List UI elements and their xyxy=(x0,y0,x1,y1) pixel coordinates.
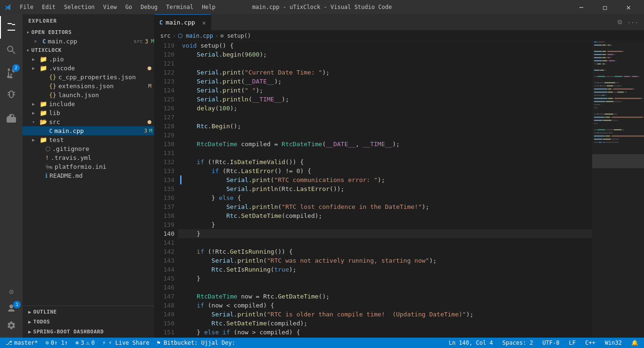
folder-vscode[interactable]: ▶ 📁 .vscode xyxy=(23,64,154,73)
branch-status[interactable]: ⎇ master* xyxy=(4,338,40,348)
file-gitignore[interactable]: ▶ ⬡ .gitignore xyxy=(23,144,154,153)
spring-boot-section[interactable]: ▶ SPRING-BOOT DASHBOARD xyxy=(23,327,154,337)
table-row[interactable]: Serial.println("RTC was not actively run… xyxy=(178,256,592,265)
bitbucket-status[interactable]: ⚑ Bitbucket: Ujjal Dey: xyxy=(155,338,237,348)
table-row[interactable]: Serial.print("RTC communications error: … xyxy=(178,175,592,184)
minimize-button[interactable]: − xyxy=(570,0,592,14)
table-row[interactable] xyxy=(178,149,592,157)
folder-pio[interactable]: ▶ 📁 .pio xyxy=(23,55,154,64)
activity-source-control[interactable]: 2 xyxy=(0,61,23,84)
code-content[interactable]: void setup() { Serial.begin(9600); Seria… xyxy=(178,41,592,338)
table-row[interactable]: Serial.print(" "); xyxy=(178,86,592,95)
activity-extensions[interactable] xyxy=(0,107,23,129)
table-row[interactable]: Serial.println(Rtc.LastError()); xyxy=(178,184,592,193)
file-launch-json[interactable]: ▶ {} launch.json xyxy=(23,91,154,99)
close-file-icon[interactable]: ✕ xyxy=(34,38,41,44)
open-editors-section-header[interactable]: ▾ OPEN EDITORS xyxy=(23,28,154,37)
ext-json-icon: {} xyxy=(49,83,57,90)
folder-include[interactable]: ▶ 📁 include xyxy=(23,99,154,108)
table-row[interactable]: if (Rtc.LastError() != 0) { xyxy=(178,166,592,175)
outline-arrow: ▶ xyxy=(28,309,32,315)
menu-help[interactable]: Help xyxy=(198,3,219,11)
file-main-cpp[interactable]: ▶ C main.cpp 3 M xyxy=(23,126,154,135)
editor-scroll-wrapper[interactable]: void setup() { Serial.begin(9600); Seria… xyxy=(178,41,644,338)
activity-remote[interactable]: ⊙ xyxy=(0,283,23,300)
table-row[interactable]: } xyxy=(178,220,592,229)
menu-selection[interactable]: Selection xyxy=(60,3,99,11)
table-row[interactable]: void setup() { xyxy=(178,41,592,50)
menu-view[interactable]: View xyxy=(99,3,121,11)
activity-search[interactable] xyxy=(0,39,23,61)
file-launch-label: launch.json xyxy=(58,91,99,99)
folder-src[interactable]: ▾ 📂 src xyxy=(23,117,154,126)
table-row[interactable]: Serial.println("RTC is older than compil… xyxy=(178,310,592,319)
table-row[interactable]: } xyxy=(178,229,592,238)
platform-status[interactable]: Win32 xyxy=(603,338,624,348)
menu-debug[interactable]: Debug xyxy=(137,3,161,11)
table-row[interactable]: Serial.print("Current Date Time: "); xyxy=(178,68,592,77)
close-button[interactable]: ✕ xyxy=(618,0,639,14)
table-row[interactable]: } else { xyxy=(178,193,592,202)
file-c-cpp-properties[interactable]: ▶ {} c_cpp_properties.json xyxy=(23,73,154,82)
table-row[interactable]: Rtc.SetDateTime(compiled); xyxy=(178,319,592,328)
file-readme-md[interactable]: ▶ ℹ README.md xyxy=(23,171,154,180)
activity-explorer[interactable] xyxy=(0,16,23,39)
table-row[interactable] xyxy=(178,283,592,292)
sync-status[interactable]: ⊙ 0↑ 1↑ xyxy=(44,338,70,348)
table-row[interactable]: if (now < compiled) { xyxy=(178,301,592,310)
table-row[interactable] xyxy=(178,131,592,140)
table-row[interactable]: Serial.print(__DATE__); xyxy=(178,77,592,86)
project-section-header[interactable]: ▾ UTIXCLOCK xyxy=(23,46,154,55)
live-share-status[interactable]: ⚡ ⚡ Live Share xyxy=(100,338,151,348)
code-token: LastError xyxy=(297,184,330,193)
restore-button[interactable]: ◻ xyxy=(594,0,616,14)
file-platformio-ini[interactable]: ▶ 🐜 platformio.ini xyxy=(23,162,154,171)
table-row[interactable]: Rtc.SetIsRunning(true); xyxy=(178,265,592,274)
breadcrumb-file[interactable]: ⬡ main.cpp xyxy=(178,33,213,39)
table-row[interactable]: if (!Rtc.GetIsRunning()) { xyxy=(178,247,592,256)
table-row[interactable] xyxy=(178,238,592,247)
menu-edit[interactable]: Edit xyxy=(38,3,59,11)
extensions-icon xyxy=(6,112,17,124)
more-options-icon[interactable]: ··· xyxy=(626,17,640,28)
breadcrumb-src[interactable]: src xyxy=(160,33,171,39)
notifications-status[interactable]: 🔔 xyxy=(629,338,640,348)
table-row[interactable]: Serial.println(__TIME__); xyxy=(178,95,592,104)
table-row[interactable]: Serial.println("RTC lost confidence in t… xyxy=(178,202,592,211)
tab-main-cpp[interactable]: C main.cpp ✕ xyxy=(155,14,211,30)
minimap[interactable] xyxy=(592,41,644,338)
menu-file[interactable]: File xyxy=(16,3,37,11)
breadcrumb-function[interactable]: ⊙ setup() xyxy=(220,33,251,39)
menu-go[interactable]: Go xyxy=(122,3,136,11)
menu-terminal[interactable]: Terminal xyxy=(162,3,197,11)
cursor-position-status[interactable]: Ln 140, Col 4 xyxy=(447,338,495,348)
file-travis-yml[interactable]: ▶ ! .travis.yml xyxy=(23,153,154,162)
table-row[interactable]: Rtc.Begin(); xyxy=(178,122,592,131)
split-editor-icon[interactable]: ⧉ xyxy=(616,17,624,28)
folder-test[interactable]: ▶ 📁 test xyxy=(23,135,154,144)
table-row[interactable]: RtcDateTime compiled = RtcDateTime(__DAT… xyxy=(178,140,592,149)
table-row[interactable]: Rtc.SetDateTime(compiled); xyxy=(178,211,592,220)
folder-lib[interactable]: ▶ 📁 lib xyxy=(23,108,154,117)
table-row[interactable] xyxy=(178,113,592,122)
table-row[interactable]: } else if (now > compiled) { xyxy=(178,328,592,337)
table-row[interactable]: RtcDateTime now = Rtc.GetDateTime(); xyxy=(178,292,592,301)
open-editor-main-cpp[interactable]: ✕ C main.cpp src 3 M xyxy=(23,37,154,46)
indentation-status[interactable]: Spaces: 2 xyxy=(501,338,535,348)
outline-section[interactable]: ▶ OUTLINE xyxy=(23,307,154,317)
file-extensions-json[interactable]: ▶ {} extensions.json M xyxy=(23,82,154,91)
table-row[interactable] xyxy=(178,59,592,68)
language-status[interactable]: C++ xyxy=(583,338,597,348)
todos-section[interactable]: ▶ TODOS xyxy=(23,317,154,327)
table-row[interactable]: delay(100); xyxy=(178,104,592,113)
activity-settings[interactable] xyxy=(0,317,23,334)
encoding-status[interactable]: UTF-8 xyxy=(541,338,561,348)
activity-debug[interactable] xyxy=(0,84,23,107)
line-ending-status[interactable]: LF xyxy=(567,338,578,348)
tab-close-icon[interactable]: ✕ xyxy=(202,19,206,26)
table-row[interactable]: if (!Rtc.IsDateTimeValid()) { xyxy=(178,157,592,166)
table-row[interactable]: Serial.begin(9600); xyxy=(178,50,592,59)
table-row[interactable]: } xyxy=(178,274,592,283)
activity-accounts[interactable]: 1 xyxy=(0,300,23,317)
errors-status[interactable]: ⊗ 3 ⚠ 0 xyxy=(74,338,97,348)
